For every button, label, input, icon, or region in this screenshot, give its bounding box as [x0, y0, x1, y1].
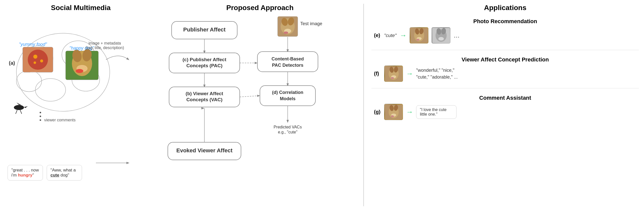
photo-rec-title: Photo Recommendation	[371, 18, 639, 25]
svg-text:(b) Viewer Affect: (b) Viewer Affect	[186, 91, 224, 96]
viewer-affect-line2: "cute," "adorable," ...	[416, 75, 458, 80]
comment-assistant-title: Comment Assistant	[371, 95, 639, 101]
viewer-affect-block: Viewer Affect Concept Prediction (f) →	[371, 53, 639, 86]
label-f: (f)	[374, 71, 381, 77]
comment-box-2: "Aww, what a cute dog"	[47, 165, 82, 181]
comment-assistant-row: (g) → "I love the cute little one."	[371, 104, 639, 120]
comment-line1: "I love the cute	[420, 108, 446, 112]
svg-point-77	[438, 37, 444, 41]
comment1-line1: "great . . . now	[11, 168, 39, 172]
comment2-line1: "Aww, what a	[50, 168, 76, 172]
viewer-affect-text: "wonderful," "nice," "cute," "adorable,"…	[416, 67, 458, 81]
svg-line-66	[240, 96, 259, 97]
comment2-cute: cute	[50, 173, 59, 178]
comment-text-box: "I love the cute little one."	[416, 105, 457, 119]
app-image-g	[384, 104, 403, 120]
svg-point-10	[34, 61, 36, 64]
applications-section: Applications Photo Recommendation (e) "c…	[363, 4, 639, 206]
comment-box-1: "great . . . now i'm hungry"	[8, 165, 43, 181]
svg-point-28	[40, 116, 41, 117]
svg-point-8	[33, 55, 37, 59]
viewer-affect-line1: "wonderful," "nice,"	[416, 68, 454, 73]
svg-point-7	[28, 50, 48, 70]
svg-text:Concepts (PAC): Concepts (PAC)	[186, 63, 222, 68]
comment2-suffix: dog"	[59, 173, 69, 178]
dog1-svg	[410, 28, 428, 43]
svg-point-4	[35, 79, 66, 101]
svg-text:Predicted VACs: Predicted VACs	[274, 125, 302, 129]
svg-point-89	[391, 115, 394, 117]
cute-label-e: "cute"	[384, 33, 396, 38]
svg-text:PAC Detectors: PAC Detectors	[272, 63, 304, 68]
svg-point-52	[284, 31, 288, 34]
svg-marker-23	[16, 102, 21, 105]
svg-text:(tag, title, description): (tag, title, description)	[86, 46, 124, 50]
app-image-dog2	[432, 27, 450, 44]
social-multimedia-section: Social Multimedia pizza	[5, 4, 156, 206]
svg-text:(c) Publisher Affect: (c) Publisher Affect	[182, 57, 226, 62]
svg-line-26	[20, 110, 22, 114]
svg-line-25	[16, 110, 17, 114]
comment-assistant-block: Comment Assistant (g) → "I love	[371, 91, 639, 124]
comment1-hungry: hungry	[18, 173, 33, 178]
proposed-svg: Publisher Affect (c) Publisher Affect Co…	[156, 16, 363, 208]
comment1-quote: "	[33, 173, 34, 178]
label-g: (g)	[374, 109, 381, 115]
svg-text:Evoked Viewer Affect: Evoked Viewer Affect	[176, 147, 233, 154]
photo-recommendation-block: Photo Recommendation (e) "cute" →	[371, 14, 639, 47]
svg-text:(d) Correlation: (d) Correlation	[272, 90, 303, 95]
dog2-svg	[432, 28, 450, 43]
svg-text:pizza: pizza	[30, 71, 37, 74]
svg-text:e.g., "cute": e.g., "cute"	[278, 130, 297, 134]
app-image-f	[384, 65, 403, 82]
social-title: Social Multimedia	[5, 4, 156, 14]
viewer-affect-row: (f) → "wonderful," "nice," "cute," "	[371, 65, 639, 82]
viewer-affect-title: Viewer Affect Concept Prediction	[371, 56, 639, 63]
app-image-dog1	[410, 27, 428, 44]
proposed-title: Proposed Approach	[156, 4, 363, 14]
comment1-prefix: i'm	[11, 173, 18, 178]
svg-point-83	[391, 77, 394, 79]
full-layout: Social Multimedia pizza	[0, 0, 644, 210]
svg-text:Models: Models	[280, 96, 296, 101]
green-arrow-g: →	[406, 108, 413, 116]
svg-text:"yummy food": "yummy food"	[19, 42, 47, 47]
svg-rect-55	[257, 52, 318, 72]
svg-text:viewer comments: viewer comments	[44, 118, 75, 122]
divider-1	[371, 50, 639, 50]
dog-f-svg	[385, 66, 402, 81]
svg-point-27	[40, 112, 41, 113]
svg-text:Concepts (VAC): Concepts (VAC)	[186, 97, 222, 102]
svg-point-9	[40, 59, 43, 62]
svg-text:Content-Based: Content-Based	[272, 56, 304, 61]
divider-2	[371, 88, 639, 88]
svg-marker-22	[24, 106, 28, 108]
svg-point-29	[40, 119, 41, 121]
svg-text:Test image: Test image	[300, 21, 322, 26]
applications-title: Applications	[371, 4, 639, 14]
svg-text:Publisher Affect: Publisher Affect	[183, 26, 226, 33]
svg-text:(a): (a)	[9, 60, 15, 66]
ellipsis-e: …	[453, 32, 460, 39]
photo-rec-row: (e) "cute" →	[371, 27, 639, 44]
svg-rect-59	[260, 86, 315, 106]
svg-point-5	[16, 71, 42, 92]
dog-g-svg	[385, 104, 402, 120]
svg-point-17	[76, 69, 83, 73]
comment-line2: little one."	[420, 112, 438, 116]
green-arrow-e: →	[399, 31, 407, 40]
svg-text:image + metadata: image + metadata	[89, 41, 121, 45]
label-e: (e)	[374, 32, 381, 38]
svg-point-21	[14, 105, 24, 110]
svg-point-72	[416, 39, 419, 41]
green-arrow-f: →	[406, 70, 413, 78]
comments-area: "great . . . now i'm hungry" "Aww, what …	[8, 165, 82, 181]
proposed-approach-section: Proposed Approach Publisher Affect (	[156, 4, 363, 206]
